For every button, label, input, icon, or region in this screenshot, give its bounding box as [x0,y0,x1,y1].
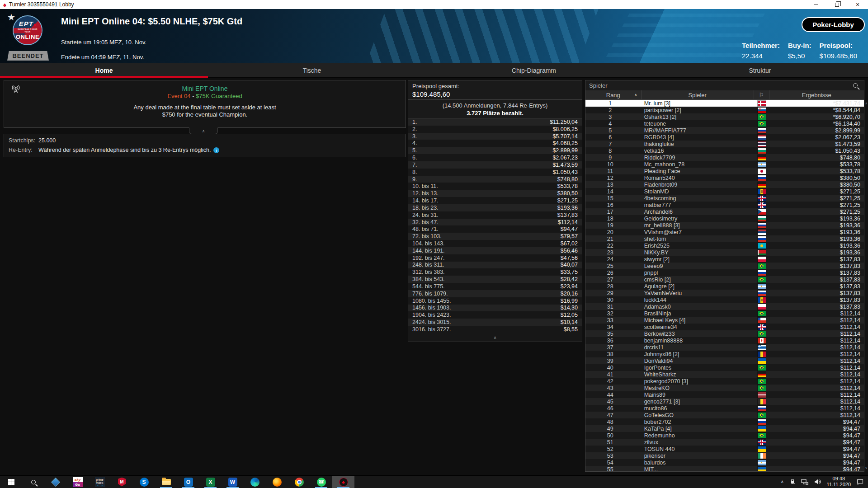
player-row[interactable]: 20VVishm@ster7$193,36 [585,229,864,235]
player-row[interactable]: 41WhiteSharkz$112,14 [585,371,864,378]
player-row[interactable]: 2partispower [2]*$8.544,84 [585,107,864,113]
player-row[interactable]: 42pokergod2070 [3]$112,14 [585,378,864,385]
player-row[interactable]: 44Mairis89$112,14 [585,391,864,398]
scroll-up-icon[interactable]: ∧ [864,101,868,106]
taskbar-outlook-icon[interactable]: O [177,476,199,488]
taskbar-excel-icon[interactable]: X [199,476,222,488]
player-row[interactable]: 1Mr. ium [3]*$7.431,74 [585,100,864,107]
column-header-rank[interactable]: Rang∧ [585,90,642,99]
taskbar-skype-icon[interactable]: S [133,476,155,488]
player-name: genco2771 [3] [642,399,754,405]
poker-lobby-button[interactable]: Poker-Lobby [802,17,865,32]
network-icon[interactable] [801,479,808,485]
edge-glyph [250,478,259,487]
taskbar-app-diamond-icon[interactable] [44,476,66,488]
search-input[interactable] [585,82,853,89]
player-row[interactable]: 17Archandel6$271,25 [585,208,864,215]
player-row[interactable]: 30luckk144$137,83 [585,296,864,303]
player-row[interactable]: 26pnppl$137,83 [585,269,864,276]
player-row[interactable]: 23NiKKy.BY$193,36 [585,249,864,256]
tray-expand-icon[interactable]: ∧ [781,479,784,484]
player-scrollbar[interactable]: ∧ ∨ [864,100,868,472]
player-row[interactable]: 34scottwaine34$112,14 [585,324,864,330]
column-header-results[interactable]: Ergebnisse [769,90,864,99]
taskbar-chrome-icon[interactable] [288,476,310,488]
payout-scroll-up-button[interactable]: ∧ [408,333,582,342]
tab-tische[interactable]: Tische [208,63,416,77]
volume-icon[interactable] [814,479,821,484]
player-row[interactable]: 6RGR043 [4]$2.067,23 [585,134,864,141]
player-row[interactable]: 7thakinglukie$1.473,59 [585,141,864,147]
player-row[interactable]: 21shet-tom$193,36 [585,235,864,242]
taskbar-edge-icon[interactable] [244,476,266,488]
player-row[interactable]: 50Redemunho$94,47 [585,432,864,439]
player-row[interactable]: 37drcris11$112,14 [585,344,864,351]
player-row[interactable]: 53pikeriser$94,47 [585,452,864,459]
player-row[interactable]: 19mr_hell888 [3]$193,36 [585,222,864,229]
usb-icon[interactable] [790,479,795,485]
player-row[interactable]: 39DonValdi94$112,14 [585,357,864,364]
player-row[interactable]: 12Roman5240$380,50 [585,174,864,181]
player-row[interactable]: 45genco2771 [3]$112,14 [585,398,864,405]
taskbar-sky-go-icon[interactable]: skyGo [66,476,89,488]
taskbar-word-icon[interactable]: W [222,476,244,488]
player-row[interactable]: 18Geldosimetry$193,36 [585,215,864,222]
player-row[interactable]: 9Riddick7709$748,80 [585,154,864,161]
player-row[interactable]: 16matbar777$271,25 [585,202,864,208]
player-row[interactable]: 38Johnnyx86 [2]$112,14 [585,351,864,357]
column-header-flag[interactable]: ⚐ [754,90,769,99]
player-row[interactable]: 46mucito86$112,14 [585,405,864,412]
player-row[interactable]: 43MestreKÓ$112,14 [585,385,864,391]
tab-home[interactable]: Home [0,63,208,77]
player-row[interactable]: 49KaTaPa [4]$94,47 [585,425,864,432]
close-button[interactable]: × [847,0,868,9]
player-row[interactable]: 55MIT...$94,47 [585,466,864,472]
player-row[interactable]: 25Leeeo9$137,83 [585,263,864,269]
player-row[interactable]: 154betscoming$271,25 [585,195,864,202]
minimize-button[interactable] [806,0,826,9]
player-row[interactable]: 4teteuone*$6.134,40 [585,120,864,127]
player-row[interactable]: 51zilvux$94,47 [585,439,864,446]
taskbar-whatsapp-icon[interactable]: ☎ [310,476,332,488]
tab-chip-diagramm[interactable]: Chip-Diagramm [416,63,652,77]
info-icon[interactable]: i [213,147,219,153]
search-icon[interactable] [853,83,858,88]
column-header-player[interactable]: Spieler [642,90,754,99]
action-center-icon[interactable] [857,479,863,485]
scroll-down-icon[interactable]: ∨ [864,465,868,471]
taskbar-clock[interactable]: 09:48 11.11.2020 [827,476,851,488]
player-row[interactable]: 52TOSUN 440$94,47 [585,446,864,452]
taskbar-firefox-icon[interactable] [266,476,288,488]
taskbar-file-explorer-icon[interactable] [155,476,177,488]
player-row[interactable]: 54balurdos$94,47 [585,459,864,466]
tab-struktur[interactable]: Struktur [652,63,868,77]
taskbar-prime-video-icon[interactable]: primevideo [89,476,111,488]
player-row[interactable]: 13Fladenbrot09$380,50 [585,181,864,188]
player-row[interactable]: 35Berkowitz33$112,14 [585,330,864,337]
player-row[interactable]: 3Gshark13 [2]*$6.920,70 [585,113,864,120]
player-row[interactable]: 10Mc_mahoon_78$533,78 [585,161,864,168]
player-row[interactable]: 24siwymr [2]$137,83 [585,256,864,263]
taskbar-start-icon[interactable] [0,476,22,488]
player-row[interactable]: 31Adamask0$137,83 [585,303,864,310]
player-row[interactable]: 29YaVamNeVeriu$137,83 [585,290,864,296]
restore-button[interactable] [826,0,847,9]
player-row[interactable]: 48bober2702$94,47 [585,418,864,425]
player-row[interactable]: 5MR//MAFFIA777$2.899,99 [585,127,864,134]
collapse-panel-button[interactable]: ∧ [189,127,218,134]
favorite-star-icon[interactable]: ★ [7,12,15,23]
player-row[interactable]: 33Michael Keys [4]$112,14 [585,317,864,324]
player-row[interactable]: 47GoTelesGO$112,14 [585,412,864,418]
taskbar-pokerstars-icon[interactable]: ♠ [332,476,354,488]
player-row[interactable]: 32BrasilNinja$112,14 [585,310,864,317]
player-row[interactable]: 40IgorPontes$112,14 [585,364,864,371]
player-row[interactable]: 8vetka16$1.050,43 [585,147,864,154]
taskbar-search-icon[interactable] [22,476,44,488]
player-row[interactable]: 28Agulagre [2]$137,83 [585,283,864,290]
player-row[interactable]: 22Erish2525$193,36 [585,242,864,249]
player-row[interactable]: 36benjamin88888$112,14 [585,337,864,344]
player-row[interactable]: 11Pleading Face$533,78 [585,168,864,174]
player-row[interactable]: 14StoianMD$271,25 [585,188,864,195]
player-row[interactable]: 27cmsRio [2]$137,83 [585,276,864,283]
taskbar-mcafee-icon[interactable]: M [111,476,133,488]
